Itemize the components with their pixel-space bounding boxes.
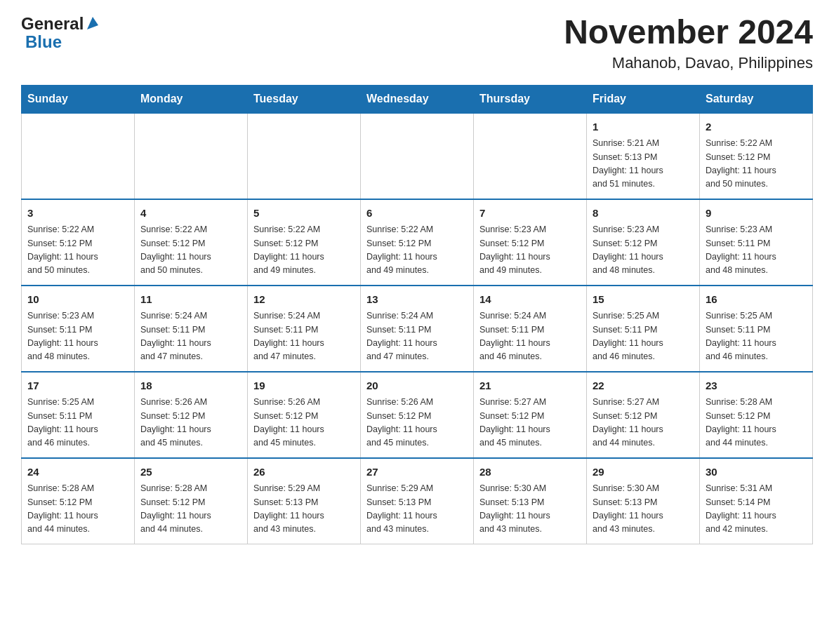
table-row: 15Sunrise: 5:25 AMSunset: 5:11 PMDayligh…	[587, 286, 700, 372]
table-row: 1Sunrise: 5:21 AMSunset: 5:13 PMDaylight…	[587, 113, 700, 199]
day-number: 16	[706, 292, 807, 308]
col-wednesday: Wednesday	[361, 85, 474, 113]
table-row: 3Sunrise: 5:22 AMSunset: 5:12 PMDaylight…	[22, 199, 135, 286]
day-info: Sunrise: 5:24 AMSunset: 5:11 PMDaylight:…	[479, 309, 581, 364]
page-header: General Blue November 2024 Mahanob, Dava…	[21, 14, 813, 72]
day-number: 28	[479, 464, 581, 481]
calendar-header-row: Sunday Monday Tuesday Wednesday Thursday…	[22, 85, 813, 113]
table-row: 27Sunrise: 5:29 AMSunset: 5:13 PMDayligh…	[361, 458, 474, 544]
table-row: 9Sunrise: 5:23 AMSunset: 5:11 PMDaylight…	[700, 199, 813, 286]
day-number: 15	[593, 292, 694, 308]
day-info: Sunrise: 5:23 AMSunset: 5:12 PMDaylight:…	[593, 223, 694, 278]
day-number: 3	[27, 206, 128, 222]
table-row: 18Sunrise: 5:26 AMSunset: 5:12 PMDayligh…	[135, 372, 248, 458]
day-number: 26	[253, 464, 355, 481]
day-info: Sunrise: 5:21 AMSunset: 5:13 PMDaylight:…	[593, 137, 694, 192]
table-row: 21Sunrise: 5:27 AMSunset: 5:12 PMDayligh…	[474, 372, 587, 458]
table-row: 20Sunrise: 5:26 AMSunset: 5:12 PMDayligh…	[361, 372, 474, 458]
day-info: Sunrise: 5:24 AMSunset: 5:11 PMDaylight:…	[140, 309, 241, 364]
day-info: Sunrise: 5:26 AMSunset: 5:12 PMDaylight:…	[366, 396, 468, 450]
table-row: 7Sunrise: 5:23 AMSunset: 5:12 PMDaylight…	[474, 199, 587, 286]
day-number: 4	[140, 206, 241, 222]
table-row: 25Sunrise: 5:28 AMSunset: 5:12 PMDayligh…	[135, 458, 248, 544]
table-row: 11Sunrise: 5:24 AMSunset: 5:11 PMDayligh…	[135, 286, 248, 372]
calendar-week-row: 1Sunrise: 5:21 AMSunset: 5:13 PMDaylight…	[22, 113, 813, 199]
col-tuesday: Tuesday	[248, 85, 361, 113]
logo: General	[21, 14, 100, 34]
day-info: Sunrise: 5:23 AMSunset: 5:12 PMDaylight:…	[479, 223, 581, 278]
day-info: Sunrise: 5:22 AMSunset: 5:12 PMDaylight:…	[706, 137, 807, 192]
table-row	[22, 113, 135, 199]
day-number: 13	[366, 292, 468, 308]
day-info: Sunrise: 5:22 AMSunset: 5:12 PMDaylight:…	[140, 223, 241, 278]
day-number: 7	[479, 206, 581, 222]
table-row: 5Sunrise: 5:22 AMSunset: 5:12 PMDaylight…	[248, 199, 361, 286]
day-number: 10	[27, 292, 128, 308]
day-info: Sunrise: 5:26 AMSunset: 5:12 PMDaylight:…	[253, 396, 355, 450]
title-area: November 2024 Mahanob, Davao, Philippine…	[564, 14, 813, 72]
day-number: 21	[479, 378, 581, 394]
logo-flag-icon	[84, 15, 100, 32]
day-number: 24	[27, 464, 128, 481]
day-number: 11	[140, 292, 241, 308]
table-row: 19Sunrise: 5:26 AMSunset: 5:12 PMDayligh…	[248, 372, 361, 458]
table-row: 28Sunrise: 5:30 AMSunset: 5:13 PMDayligh…	[474, 458, 587, 544]
day-number: 2	[706, 119, 807, 135]
day-info: Sunrise: 5:26 AMSunset: 5:12 PMDaylight:…	[140, 396, 241, 450]
calendar-week-row: 3Sunrise: 5:22 AMSunset: 5:12 PMDaylight…	[22, 199, 813, 286]
day-number: 18	[140, 378, 241, 394]
table-row: 24Sunrise: 5:28 AMSunset: 5:12 PMDayligh…	[22, 458, 135, 544]
logo-blue-text: Blue	[22, 32, 62, 52]
table-row: 22Sunrise: 5:27 AMSunset: 5:12 PMDayligh…	[587, 372, 700, 458]
logo-area: General Blue	[21, 14, 100, 52]
day-number: 29	[593, 464, 694, 481]
day-info: Sunrise: 5:27 AMSunset: 5:12 PMDaylight:…	[479, 396, 581, 450]
day-info: Sunrise: 5:23 AMSunset: 5:11 PMDaylight:…	[27, 309, 128, 364]
table-row	[361, 113, 474, 199]
col-sunday: Sunday	[22, 85, 135, 113]
day-number: 19	[253, 378, 355, 394]
table-row: 6Sunrise: 5:22 AMSunset: 5:12 PMDaylight…	[361, 199, 474, 286]
day-info: Sunrise: 5:25 AMSunset: 5:11 PMDaylight:…	[706, 309, 807, 364]
svg-marker-0	[87, 17, 98, 29]
day-info: Sunrise: 5:22 AMSunset: 5:12 PMDaylight:…	[253, 223, 355, 278]
table-row	[135, 113, 248, 199]
table-row: 14Sunrise: 5:24 AMSunset: 5:11 PMDayligh…	[474, 286, 587, 372]
day-info: Sunrise: 5:30 AMSunset: 5:13 PMDaylight:…	[479, 482, 581, 537]
day-info: Sunrise: 5:25 AMSunset: 5:11 PMDaylight:…	[27, 396, 128, 450]
day-info: Sunrise: 5:30 AMSunset: 5:13 PMDaylight:…	[593, 482, 694, 537]
day-info: Sunrise: 5:28 AMSunset: 5:12 PMDaylight:…	[140, 482, 241, 537]
table-row: 2Sunrise: 5:22 AMSunset: 5:12 PMDaylight…	[700, 113, 813, 199]
day-info: Sunrise: 5:24 AMSunset: 5:11 PMDaylight:…	[366, 309, 468, 364]
table-row: 30Sunrise: 5:31 AMSunset: 5:14 PMDayligh…	[700, 458, 813, 544]
day-info: Sunrise: 5:23 AMSunset: 5:11 PMDaylight:…	[706, 223, 807, 278]
day-number: 23	[706, 378, 807, 394]
day-number: 20	[366, 378, 468, 394]
day-info: Sunrise: 5:22 AMSunset: 5:12 PMDaylight:…	[27, 223, 128, 278]
calendar-title: November 2024	[564, 14, 813, 51]
day-info: Sunrise: 5:28 AMSunset: 5:12 PMDaylight:…	[706, 396, 807, 450]
table-row: 12Sunrise: 5:24 AMSunset: 5:11 PMDayligh…	[248, 286, 361, 372]
table-row: 8Sunrise: 5:23 AMSunset: 5:12 PMDaylight…	[587, 199, 700, 286]
day-info: Sunrise: 5:24 AMSunset: 5:11 PMDaylight:…	[253, 309, 355, 364]
calendar-week-row: 10Sunrise: 5:23 AMSunset: 5:11 PMDayligh…	[22, 286, 813, 372]
table-row: 4Sunrise: 5:22 AMSunset: 5:12 PMDaylight…	[135, 199, 248, 286]
col-saturday: Saturday	[700, 85, 813, 113]
table-row: 29Sunrise: 5:30 AMSunset: 5:13 PMDayligh…	[587, 458, 700, 544]
day-number: 27	[366, 464, 468, 481]
calendar-week-row: 17Sunrise: 5:25 AMSunset: 5:11 PMDayligh…	[22, 372, 813, 458]
day-number: 25	[140, 464, 241, 481]
day-number: 22	[593, 378, 694, 394]
calendar-week-row: 24Sunrise: 5:28 AMSunset: 5:12 PMDayligh…	[22, 458, 813, 544]
day-number: 30	[706, 464, 807, 481]
day-number: 14	[479, 292, 581, 308]
col-monday: Monday	[135, 85, 248, 113]
day-number: 5	[253, 206, 355, 222]
table-row	[474, 113, 587, 199]
col-thursday: Thursday	[474, 85, 587, 113]
table-row: 23Sunrise: 5:28 AMSunset: 5:12 PMDayligh…	[700, 372, 813, 458]
day-info: Sunrise: 5:25 AMSunset: 5:11 PMDaylight:…	[593, 309, 694, 364]
day-info: Sunrise: 5:29 AMSunset: 5:13 PMDaylight:…	[366, 482, 468, 537]
col-friday: Friday	[587, 85, 700, 113]
day-info: Sunrise: 5:22 AMSunset: 5:12 PMDaylight:…	[366, 223, 468, 278]
